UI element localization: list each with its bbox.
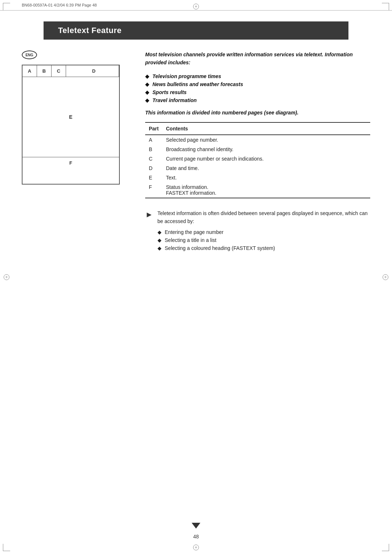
tv-tab-a: A xyxy=(23,65,37,77)
note-bullet-2: Selecting a title in a list xyxy=(158,237,370,243)
contents-f: Status information. FASTEXT information. xyxy=(162,182,370,198)
note-section: ► Teletext information is often divided … xyxy=(145,209,370,253)
note-intro-text: Teletext information is often divided be… xyxy=(158,209,370,226)
diagram-reference: This information is divided into numbere… xyxy=(145,110,370,116)
contents-c: Current page number or search indication… xyxy=(162,154,370,163)
tv-tab-c: C xyxy=(52,65,66,77)
part-f: F xyxy=(145,182,162,198)
note-content: Teletext information is often divided be… xyxy=(158,209,370,253)
contents-a: Selected page number. xyxy=(162,135,370,145)
bullet-item-3: Sports results xyxy=(145,89,370,95)
note-bullet-1: Entering the page number xyxy=(158,229,370,235)
page-number: 48 xyxy=(193,534,199,539)
part-d: D xyxy=(145,163,162,173)
parts-table: Part Contents A Selected page number. B … xyxy=(145,122,370,198)
reg-mark-bottom xyxy=(193,545,199,550)
table-row: F Status information. FASTEXT informatio… xyxy=(145,182,370,198)
col-part-header: Part xyxy=(145,122,162,135)
crop-mark-top-right xyxy=(382,3,389,10)
intro-text: Most television channels provide written… xyxy=(145,50,370,67)
left-sidebar: ENG A B C D E F xyxy=(22,47,134,260)
part-b: B xyxy=(145,145,162,154)
triangle-down-icon xyxy=(192,523,200,529)
reg-mark-right xyxy=(383,274,388,280)
table-body: A Selected page number. B Broadcasting c… xyxy=(145,135,370,198)
print-header-text: BN68-00597A-01 4/2/04 6:39 PM Page 48 xyxy=(22,3,97,7)
tv-bottom-bar: F xyxy=(23,157,119,169)
contents-b: Broadcasting channel identity. xyxy=(162,145,370,154)
note-arrow-icon: ► xyxy=(145,210,153,219)
table-row: E Text. xyxy=(145,173,370,182)
right-content: Most television channels provide written… xyxy=(145,47,370,260)
contents-f-line1: Status information. xyxy=(166,184,208,190)
tv-tab-b: B xyxy=(37,65,52,77)
reg-mark-top xyxy=(193,4,199,9)
feature-bullet-list: Television programme times News bulletin… xyxy=(145,73,370,103)
main-content: ENG A B C D E F Most television channels… xyxy=(0,40,392,268)
part-c: C xyxy=(145,154,162,163)
contents-f-line2: FASTEXT information. xyxy=(166,190,216,196)
table-header-row: Part Contents xyxy=(145,122,370,135)
eng-badge: ENG xyxy=(22,50,37,59)
table-row: B Broadcasting channel identity. xyxy=(145,145,370,154)
crop-mark-top-left xyxy=(3,3,10,10)
table-row: D Date and time. xyxy=(145,163,370,173)
table-row: C Current page number or search indicati… xyxy=(145,154,370,163)
tv-top-bar: A B C D xyxy=(23,65,119,77)
tv-middle-label: E xyxy=(23,77,119,157)
bullet-item-2: News bulletins and weather forecasts xyxy=(145,81,370,87)
crop-mark-bottom-left xyxy=(3,544,10,551)
crop-mark-bottom-right xyxy=(382,544,389,551)
tv-diagram: A B C D E F xyxy=(22,65,120,185)
table-row: A Selected page number. xyxy=(145,135,370,145)
tv-tab-d: D xyxy=(66,65,119,77)
reg-mark-left xyxy=(4,274,9,280)
part-e: E xyxy=(145,173,162,182)
note-bullet-3: Selecting a coloured heading (FASTEXT sy… xyxy=(158,245,370,251)
part-a: A xyxy=(145,135,162,145)
bullet-item-4: Travel information xyxy=(145,97,370,103)
note-bullet-list: Entering the page number Selecting a tit… xyxy=(158,229,370,251)
bullet-item-1: Television programme times xyxy=(145,73,370,79)
contents-e: Text. xyxy=(162,173,370,182)
contents-d: Date and time. xyxy=(162,163,370,173)
col-contents-header: Contents xyxy=(162,122,370,135)
page-title: Teletext Feature xyxy=(44,21,348,40)
